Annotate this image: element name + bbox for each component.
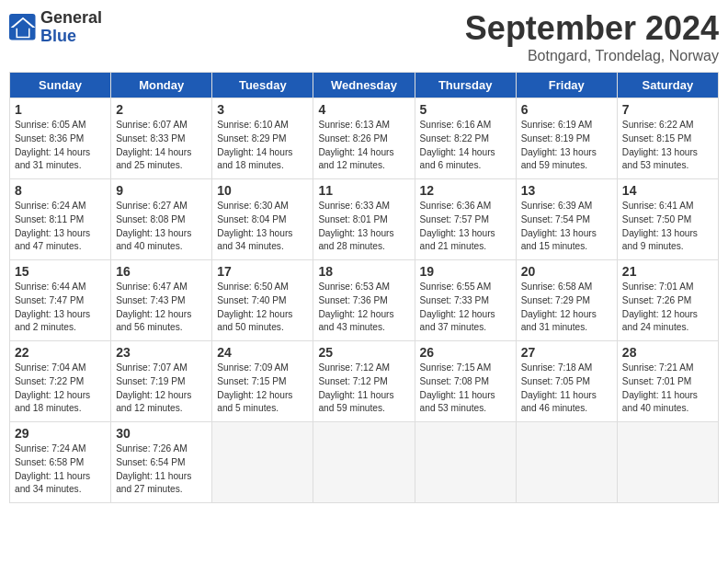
- day-info: Sunrise: 6:53 AM Sunset: 7:36 PM Dayligh…: [318, 281, 409, 335]
- day-info: Sunrise: 6:27 AM Sunset: 8:08 PM Dayligh…: [116, 200, 207, 254]
- calendar-day-cell: 12Sunrise: 6:36 AM Sunset: 7:57 PM Dayli…: [415, 179, 516, 260]
- calendar-day-cell: 23Sunrise: 7:07 AM Sunset: 7:19 PM Dayli…: [111, 341, 212, 422]
- page-header: General Blue September 2024 Botngard, Tr…: [9, 9, 719, 64]
- calendar-day-cell: 17Sunrise: 6:50 AM Sunset: 7:40 PM Dayli…: [212, 260, 313, 341]
- logo-icon: [9, 14, 37, 41]
- calendar-day-cell: 29Sunrise: 7:24 AM Sunset: 6:58 PM Dayli…: [10, 422, 111, 503]
- day-info: Sunrise: 7:26 AM Sunset: 6:54 PM Dayligh…: [116, 442, 207, 497]
- day-info: Sunrise: 7:04 AM Sunset: 7:22 PM Dayligh…: [15, 362, 106, 416]
- calendar-day-cell: 19Sunrise: 6:55 AM Sunset: 7:33 PM Dayli…: [415, 260, 516, 341]
- calendar-day-cell: 4Sunrise: 6:13 AM Sunset: 8:26 PM Daylig…: [313, 98, 415, 179]
- calendar-day-cell: 3Sunrise: 6:10 AM Sunset: 8:29 PM Daylig…: [212, 98, 313, 179]
- calendar-day-cell: 16Sunrise: 6:47 AM Sunset: 7:43 PM Dayli…: [111, 260, 212, 341]
- calendar-day-cell: 7Sunrise: 6:22 AM Sunset: 8:15 PM Daylig…: [617, 98, 718, 179]
- calendar-day-cell: [415, 422, 516, 503]
- day-number: 22: [15, 345, 106, 360]
- location: Botngard, Trondelag, Norway: [465, 48, 719, 64]
- day-number: 23: [116, 345, 207, 360]
- weekday-header-cell: Saturday: [617, 73, 718, 98]
- calendar-day-cell: 30Sunrise: 7:26 AM Sunset: 6:54 PM Dayli…: [111, 422, 212, 503]
- month-title: September 2024: [465, 9, 719, 48]
- day-number: 26: [420, 345, 511, 360]
- day-number: 30: [116, 426, 207, 441]
- day-number: 24: [217, 345, 308, 360]
- calendar-day-cell: 10Sunrise: 6:30 AM Sunset: 8:04 PM Dayli…: [212, 179, 313, 260]
- day-number: 5: [420, 102, 511, 117]
- day-info: Sunrise: 6:16 AM Sunset: 8:22 PM Dayligh…: [420, 119, 511, 173]
- day-info: Sunrise: 6:36 AM Sunset: 7:57 PM Dayligh…: [420, 200, 511, 254]
- day-number: 13: [521, 183, 612, 198]
- day-number: 4: [318, 102, 409, 117]
- weekday-header-cell: Sunday: [10, 73, 111, 98]
- day-info: Sunrise: 6:39 AM Sunset: 7:54 PM Dayligh…: [521, 200, 612, 254]
- day-number: 19: [420, 264, 511, 279]
- calendar-day-cell: 5Sunrise: 6:16 AM Sunset: 8:22 PM Daylig…: [415, 98, 516, 179]
- calendar-day-cell: [516, 422, 617, 503]
- day-number: 10: [217, 183, 308, 198]
- day-info: Sunrise: 6:50 AM Sunset: 7:40 PM Dayligh…: [217, 281, 308, 335]
- calendar-day-cell: 27Sunrise: 7:18 AM Sunset: 7:05 PM Dayli…: [516, 341, 617, 422]
- day-number: 14: [622, 183, 713, 198]
- calendar-day-cell: 14Sunrise: 6:41 AM Sunset: 7:50 PM Dayli…: [617, 179, 718, 260]
- day-info: Sunrise: 7:01 AM Sunset: 7:26 PM Dayligh…: [622, 281, 713, 335]
- calendar-day-cell: 2Sunrise: 6:07 AM Sunset: 8:33 PM Daylig…: [111, 98, 212, 179]
- calendar-day-cell: 1Sunrise: 6:05 AM Sunset: 8:36 PM Daylig…: [10, 98, 111, 179]
- calendar-week-row: 29Sunrise: 7:24 AM Sunset: 6:58 PM Dayli…: [10, 422, 719, 503]
- day-number: 20: [521, 264, 612, 279]
- weekday-header-cell: Thursday: [415, 73, 516, 98]
- day-number: 21: [622, 264, 713, 279]
- calendar-body: 1Sunrise: 6:05 AM Sunset: 8:36 PM Daylig…: [10, 98, 719, 503]
- calendar-day-cell: [617, 422, 718, 503]
- weekday-header-cell: Friday: [516, 73, 617, 98]
- day-info: Sunrise: 6:44 AM Sunset: 7:47 PM Dayligh…: [15, 281, 106, 335]
- logo: General Blue: [9, 9, 102, 46]
- calendar-week-row: 1Sunrise: 6:05 AM Sunset: 8:36 PM Daylig…: [10, 98, 719, 179]
- calendar-day-cell: 8Sunrise: 6:24 AM Sunset: 8:11 PM Daylig…: [10, 179, 111, 260]
- day-info: Sunrise: 6:58 AM Sunset: 7:29 PM Dayligh…: [521, 281, 612, 335]
- day-number: 28: [622, 345, 713, 360]
- calendar-day-cell: [212, 422, 313, 503]
- day-number: 17: [217, 264, 308, 279]
- day-number: 29: [15, 426, 106, 441]
- day-info: Sunrise: 6:30 AM Sunset: 8:04 PM Dayligh…: [217, 200, 308, 254]
- calendar-day-cell: 6Sunrise: 6:19 AM Sunset: 8:19 PM Daylig…: [516, 98, 617, 179]
- calendar-day-cell: 15Sunrise: 6:44 AM Sunset: 7:47 PM Dayli…: [10, 260, 111, 341]
- day-number: 16: [116, 264, 207, 279]
- day-info: Sunrise: 7:18 AM Sunset: 7:05 PM Dayligh…: [521, 362, 612, 416]
- day-info: Sunrise: 6:13 AM Sunset: 8:26 PM Dayligh…: [318, 119, 409, 173]
- weekday-header-row: SundayMondayTuesdayWednesdayThursdayFrid…: [10, 73, 719, 98]
- title-block: September 2024 Botngard, Trondelag, Norw…: [465, 9, 719, 64]
- day-info: Sunrise: 6:05 AM Sunset: 8:36 PM Dayligh…: [15, 119, 106, 173]
- day-info: Sunrise: 7:12 AM Sunset: 7:12 PM Dayligh…: [318, 362, 409, 416]
- calendar-week-row: 15Sunrise: 6:44 AM Sunset: 7:47 PM Dayli…: [10, 260, 719, 341]
- weekday-header-cell: Monday: [111, 73, 212, 98]
- day-info: Sunrise: 7:24 AM Sunset: 6:58 PM Dayligh…: [15, 442, 106, 497]
- day-number: 25: [318, 345, 409, 360]
- day-info: Sunrise: 6:22 AM Sunset: 8:15 PM Dayligh…: [622, 119, 713, 173]
- calendar-day-cell: 13Sunrise: 6:39 AM Sunset: 7:54 PM Dayli…: [516, 179, 617, 260]
- day-number: 12: [420, 183, 511, 198]
- calendar-day-cell: 20Sunrise: 6:58 AM Sunset: 7:29 PM Dayli…: [516, 260, 617, 341]
- logo-text: General Blue: [40, 9, 102, 46]
- calendar-day-cell: 18Sunrise: 6:53 AM Sunset: 7:36 PM Dayli…: [313, 260, 415, 341]
- day-number: 2: [116, 102, 207, 117]
- day-info: Sunrise: 6:33 AM Sunset: 8:01 PM Dayligh…: [318, 200, 409, 254]
- calendar-day-cell: 22Sunrise: 7:04 AM Sunset: 7:22 PM Dayli…: [10, 341, 111, 422]
- calendar-table: SundayMondayTuesdayWednesdayThursdayFrid…: [9, 72, 719, 503]
- day-number: 11: [318, 183, 409, 198]
- weekday-header-cell: Wednesday: [313, 73, 415, 98]
- calendar-week-row: 8Sunrise: 6:24 AM Sunset: 8:11 PM Daylig…: [10, 179, 719, 260]
- calendar-day-cell: 25Sunrise: 7:12 AM Sunset: 7:12 PM Dayli…: [313, 341, 415, 422]
- day-info: Sunrise: 7:07 AM Sunset: 7:19 PM Dayligh…: [116, 362, 207, 416]
- day-info: Sunrise: 6:41 AM Sunset: 7:50 PM Dayligh…: [622, 200, 713, 254]
- calendar-week-row: 22Sunrise: 7:04 AM Sunset: 7:22 PM Dayli…: [10, 341, 719, 422]
- day-number: 8: [15, 183, 106, 198]
- day-info: Sunrise: 7:21 AM Sunset: 7:01 PM Dayligh…: [622, 362, 713, 416]
- day-number: 3: [217, 102, 308, 117]
- day-info: Sunrise: 7:09 AM Sunset: 7:15 PM Dayligh…: [217, 362, 308, 416]
- day-info: Sunrise: 6:55 AM Sunset: 7:33 PM Dayligh…: [420, 281, 511, 335]
- day-info: Sunrise: 6:24 AM Sunset: 8:11 PM Dayligh…: [15, 200, 106, 254]
- calendar-day-cell: 28Sunrise: 7:21 AM Sunset: 7:01 PM Dayli…: [617, 341, 718, 422]
- calendar-day-cell: 21Sunrise: 7:01 AM Sunset: 7:26 PM Dayli…: [617, 260, 718, 341]
- day-number: 15: [15, 264, 106, 279]
